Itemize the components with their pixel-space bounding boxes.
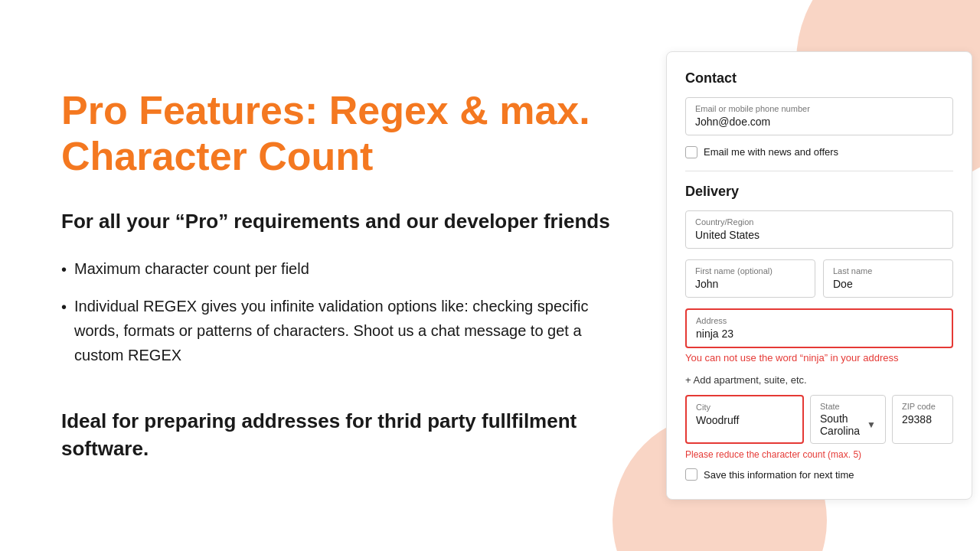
bullet-text-1: Maximum character count per field (74, 256, 309, 281)
state-label: State (820, 402, 876, 411)
right-panel: Contact Email or mobile phone number Joh… (666, 0, 980, 551)
form-card: Contact Email or mobile phone number Joh… (666, 51, 972, 500)
left-panel: Pro Features: Regex & max. Character Cou… (0, 0, 666, 551)
zip-label: ZIP code (902, 402, 943, 411)
city-state-zip-row: City Woodruff State South Carolina ▼ ZIP… (685, 395, 953, 444)
address-group: Address ninja 23 You can not use the wor… (685, 308, 953, 364)
zip-value: 29388 (902, 413, 932, 425)
email-checkbox[interactable] (685, 146, 697, 158)
email-value: John@doe.com (695, 116, 770, 128)
main-title: Pro Features: Regex & max. Character Cou… (61, 88, 620, 180)
email-label: Email or mobile phone number (695, 104, 943, 113)
bullet-item-1: Maximum character count per field (61, 256, 620, 282)
address-value: ninja 23 (696, 328, 733, 340)
address-field-box[interactable]: Address ninja 23 (685, 308, 953, 348)
address-label: Address (696, 316, 942, 325)
state-field-box[interactable]: State South Carolina ▼ (810, 395, 886, 444)
city-label: City (696, 403, 793, 412)
country-field-box[interactable]: Country/Region United States (685, 210, 953, 249)
section-divider (685, 171, 953, 171)
last-name-field-box[interactable]: Last name Doe (823, 259, 953, 298)
save-check-row: Save this information for next time (685, 468, 953, 481)
state-select-inner: South Carolina ▼ (820, 412, 876, 437)
add-apartment-link[interactable]: + Add apartment, suite, etc. (685, 374, 953, 386)
city-field-box[interactable]: City Woodruff (685, 395, 804, 444)
contact-section-title: Contact (685, 70, 953, 86)
country-label: Country/Region (695, 217, 943, 227)
bullet-text-2: Individual REGEX gives you infinite vali… (74, 294, 620, 367)
email-field-box[interactable]: Email or mobile phone number John@doe.co… (685, 97, 953, 135)
email-checkbox-row: Email me with news and offers (685, 146, 953, 158)
first-name-field-box[interactable]: First name (optional) John (685, 259, 815, 298)
country-group: Country/Region United States (685, 210, 953, 249)
address-error: You can not use the word “ninja” in your… (685, 352, 953, 364)
city-error: Please reduce the character count (max. … (685, 448, 953, 461)
city-value: Woodruff (696, 414, 739, 426)
delivery-section-title: Delivery (685, 184, 953, 200)
zip-field-box[interactable]: ZIP code 29388 (892, 395, 953, 444)
state-value: South Carolina (820, 412, 867, 437)
email-checkbox-label: Email me with news and offers (704, 146, 838, 158)
bottom-text: Ideal for preparing addresses for thrid … (61, 407, 620, 463)
name-group: First name (optional) John Last name Doe (685, 259, 953, 298)
chevron-down-icon: ▼ (867, 419, 876, 430)
last-name-value: Doe (833, 278, 853, 290)
save-checkbox[interactable] (685, 468, 697, 481)
email-group: Email or mobile phone number John@doe.co… (685, 97, 953, 135)
last-name-label: Last name (833, 266, 943, 276)
subtitle: For all your “Pro” requirements and our … (61, 207, 620, 235)
save-label: Save this information for next time (704, 469, 854, 481)
country-value: United States (695, 229, 760, 241)
first-name-value: John (695, 278, 718, 290)
bullet-list: Maximum character count per field Indivi… (61, 256, 620, 380)
bullet-item-2: Individual REGEX gives you infinite vali… (61, 294, 620, 367)
first-name-label: First name (optional) (695, 266, 805, 276)
